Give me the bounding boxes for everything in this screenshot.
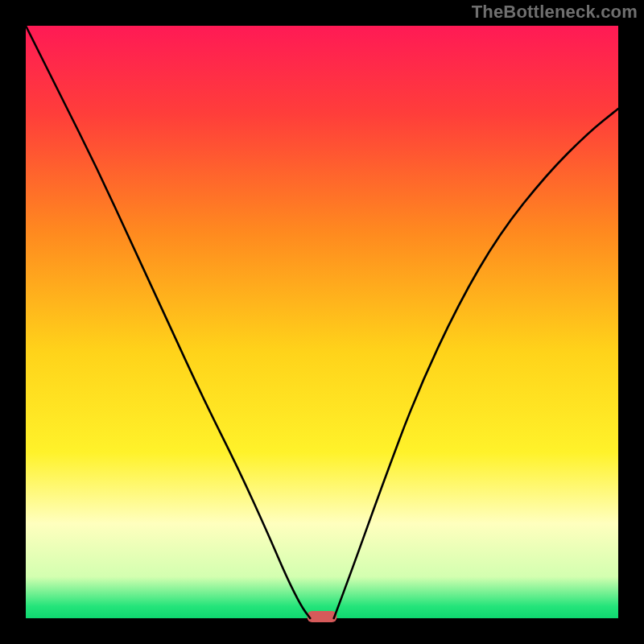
gradient-plot-area bbox=[26, 26, 618, 618]
bottleneck-marker bbox=[308, 611, 337, 622]
watermark-label: TheBottleneck.com bbox=[472, 2, 638, 23]
stage: TheBottleneck.com bbox=[0, 0, 644, 644]
bottleneck-chart bbox=[0, 0, 644, 644]
